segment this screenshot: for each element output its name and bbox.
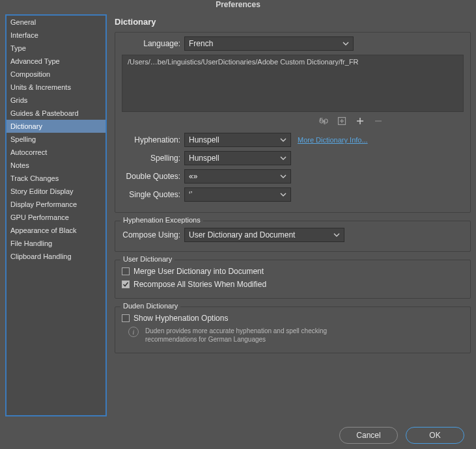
add-icon[interactable] [355, 116, 365, 126]
show-hyphenation-options-label: Show Hyphenation Options [133, 314, 228, 323]
merge-user-dictionary-label: Merge User Dictionary into Document [133, 267, 264, 276]
hyphenation-select[interactable]: Hunspell [184, 133, 291, 147]
window-title: Preferences [0, 0, 476, 14]
sidebar-item-notes[interactable]: Notes [7, 159, 105, 172]
chevron-down-icon [279, 154, 288, 163]
show-hyphenation-options-row[interactable]: Show Hyphenation Options [122, 314, 464, 323]
duden-dictionary-group: Duden Dictionary Show Hyphenation Option… [115, 306, 471, 353]
spelling-label: Spelling: [122, 154, 184, 163]
compose-using-label: Compose Using: [122, 230, 184, 239]
sidebar-item-type[interactable]: Type [7, 42, 105, 55]
double-quotes-value: «» [189, 172, 197, 181]
relink-icon[interactable] [318, 116, 329, 126]
chevron-down-icon [332, 230, 341, 239]
compose-using-select[interactable]: User Dictionary and Document [184, 228, 344, 242]
duden-info-text: Duden provides more accurate hyphenation… [145, 327, 354, 344]
user-dictionary-group: User Dictionary Merge User Dictionary in… [115, 260, 471, 299]
hyphenation-exceptions-group: Hyphenation Exceptions Compose Using: Us… [115, 221, 471, 252]
show-hyphenation-options-checkbox[interactable] [122, 314, 130, 322]
compose-using-value: User Dictionary and Document [189, 230, 295, 239]
recompose-stories-checkbox[interactable] [122, 280, 130, 288]
panel-title: Dictionary [115, 17, 471, 27]
sidebar-item-file-handling[interactable]: File Handling [7, 237, 105, 250]
cancel-button[interactable]: Cancel [339, 427, 398, 444]
recompose-stories-row[interactable]: Recompose All Stories When Modified [122, 280, 464, 289]
chevron-down-icon [279, 190, 288, 199]
single-quotes-select[interactable]: ‘’ [184, 187, 291, 202]
merge-user-dictionary-checkbox[interactable] [122, 267, 130, 275]
recompose-stories-label: Recompose All Stories When Modified [133, 280, 266, 289]
sidebar-item-grids[interactable]: Grids [7, 94, 105, 107]
sidebar-item-units-increments[interactable]: Units & Increments [7, 81, 105, 94]
chevron-down-icon [279, 172, 288, 181]
hyphenation-value: Hunspell [189, 135, 219, 144]
sidebar-item-appearance-of-black[interactable]: Appearance of Black [7, 224, 105, 237]
language-value: French [189, 39, 213, 48]
user-dictionary-legend: User Dictionary [120, 255, 175, 263]
sidebar-item-clipboard-handling[interactable]: Clipboard Handling [7, 250, 105, 263]
sidebar-item-guides-pasteboard[interactable]: Guides & Pasteboard [7, 107, 105, 120]
preferences-sidebar: GeneralInterfaceTypeAdvanced TypeComposi… [5, 14, 107, 416]
sidebar-item-dictionary[interactable]: Dictionary [7, 120, 105, 133]
sidebar-item-autocorrect[interactable]: Autocorrect [7, 146, 105, 159]
single-quotes-label: Single Quotes: [122, 190, 184, 199]
single-quotes-value: ‘’ [189, 190, 192, 199]
double-quotes-label: Double Quotes: [122, 172, 184, 181]
sidebar-item-advanced-type[interactable]: Advanced Type [7, 55, 105, 68]
dialog-footer: Cancel OK [0, 422, 476, 449]
spelling-value: Hunspell [189, 154, 219, 163]
hyphenation-exceptions-legend: Hyphenation Exceptions [120, 216, 203, 224]
dictionary-path-list[interactable]: /Users/…be/Linguistics/UserDictionaries/… [122, 55, 464, 112]
sidebar-item-gpu-performance[interactable]: GPU Performance [7, 211, 105, 224]
spelling-select[interactable]: Hunspell [184, 151, 291, 165]
double-quotes-select[interactable]: «» [184, 169, 291, 184]
sidebar-item-general[interactable]: General [7, 16, 105, 29]
sidebar-item-interface[interactable]: Interface [7, 29, 105, 42]
sidebar-item-story-editor-display[interactable]: Story Editor Display [7, 185, 105, 198]
dictionary-settings-group: Language: French /Users/…be/Linguistics/… [115, 32, 471, 213]
sidebar-item-display-performance[interactable]: Display Performance [7, 198, 105, 211]
dictionary-panel: Dictionary Language: French /Users/…be/L… [115, 14, 471, 416]
more-dictionary-info-link[interactable]: More Dictionary Info... [298, 136, 368, 144]
remove-icon[interactable] [373, 116, 384, 126]
dictionary-path-item[interactable]: /Users/…be/Linguistics/UserDictionaries/… [128, 58, 458, 66]
language-label: Language: [122, 39, 184, 48]
chevron-down-icon [341, 39, 350, 48]
sidebar-item-composition[interactable]: Composition [7, 68, 105, 81]
sidebar-item-spelling[interactable]: Spelling [7, 133, 105, 146]
ok-button[interactable]: OK [406, 427, 464, 444]
language-select[interactable]: French [184, 36, 354, 51]
info-icon: i [128, 327, 139, 337]
sidebar-item-track-changes[interactable]: Track Changes [7, 172, 105, 185]
merge-user-dictionary-row[interactable]: Merge User Dictionary into Document [122, 267, 464, 276]
duden-dictionary-legend: Duden Dictionary [120, 302, 180, 310]
new-dictionary-icon[interactable] [337, 116, 347, 126]
chevron-down-icon [279, 135, 288, 144]
hyphenation-label: Hyphenation: [122, 135, 184, 144]
